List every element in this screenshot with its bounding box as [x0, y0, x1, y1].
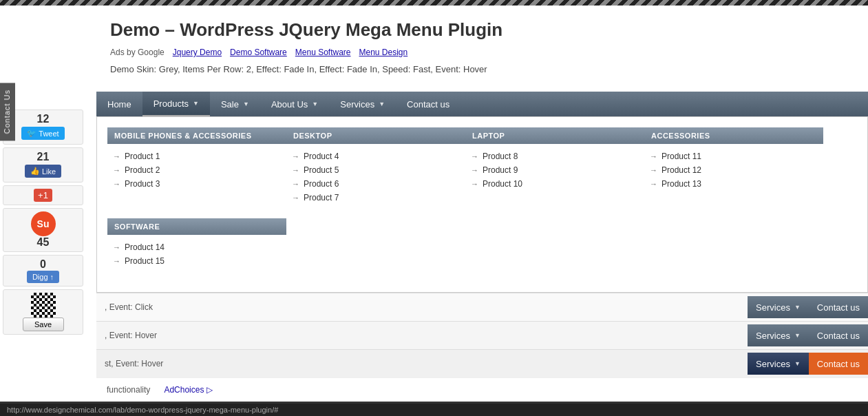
functionality-area: functionality AdChoices ▷ [96, 377, 868, 402]
mega-section-mobile: MOBILE PHONES & ACCESSORIES Product 1 Pr… [107, 127, 286, 205]
save-icon [31, 293, 56, 318]
demo-services-arrow-3: ▼ [794, 360, 801, 367]
accessories-section-title: ACCESSORIES [644, 127, 823, 144]
demo-nav-services-1[interactable]: Services ▼ [748, 296, 809, 318]
demo-row-1: , Event: Click Services ▼ Contact us [96, 293, 868, 321]
social-sidebar: 12 🐦 Tweet 21 👍 Like +1 Su 45 [0, 107, 86, 337]
ads-link-menu-design[interactable]: Menu Design [359, 48, 408, 57]
demo-row-3: st, Event: Hover Services ▼ Contact us [96, 349, 868, 377]
demo-nav-contact-3[interactable]: Contact us [809, 353, 868, 375]
demo-nav-contact-1[interactable]: Contact us [809, 296, 868, 318]
tweet-label: Tweet [39, 129, 59, 138]
description-text: Demo Skin: Grey, Items Per Row: 2, Effec… [110, 64, 854, 74]
demo-services-arrow-2: ▼ [794, 332, 801, 339]
demo-nav-services-3[interactable]: Services ▼ [748, 353, 809, 375]
products-arrow-icon: ▼ [193, 100, 199, 107]
stumble-icon: Su [31, 211, 56, 236]
nav-home-label: Home [107, 99, 131, 110]
demo-nav-bar-2: Services ▼ Contact us [748, 324, 868, 346]
nav-about[interactable]: About Us ▼ [260, 92, 329, 116]
thumb-up-icon: 👍 [30, 167, 40, 176]
services-arrow-icon: ▼ [379, 101, 385, 107]
like-label: Like [42, 167, 56, 176]
demo-nav-1: Services ▼ Contact us [748, 293, 868, 321]
mega-section-desktop: DESKTOP Product 4 Product 5 Product 6 Pr… [286, 127, 465, 205]
software-section-title: SOFTWARE [107, 218, 286, 235]
mega-menu: MOBILE PHONES & ACCESSORIES Product 1 Pr… [96, 116, 868, 293]
nav-products-label: Products [154, 98, 189, 109]
primary-nav: Home Products ▼ Sale ▼ About Us ▼ Servic… [96, 92, 868, 116]
product-14-link[interactable]: Product 14 [107, 240, 286, 254]
demo-row-2: , Event: Hover Services ▼ Contact us [96, 321, 868, 349]
stumble-widget: Su 45 [3, 208, 83, 252]
demo-label-1: , Event: Click [96, 297, 161, 318]
adchoices-label[interactable]: AdChoices ▷ [164, 385, 212, 395]
gplus-button[interactable]: +1 [34, 189, 52, 202]
demo-label-2: , Event: Hover [96, 325, 165, 346]
save-button[interactable]: Save [23, 318, 64, 331]
product-4-link[interactable]: Product 4 [286, 149, 465, 163]
nav-sale[interactable]: Sale ▼ [210, 92, 260, 116]
nav-services[interactable]: Services ▼ [329, 92, 396, 116]
laptop-section-title: LAPTOP [465, 127, 644, 144]
mobile-section-title: MOBILE PHONES & ACCESSORIES [107, 127, 286, 144]
mega-section-software: SOFTWARE Product 14 Product 15 [107, 218, 286, 268]
save-widget: Save [3, 289, 83, 335]
contact-sidebar-label: Contact Us [3, 90, 11, 134]
demo-nav-2: Services ▼ Contact us [748, 322, 868, 349]
about-arrow-icon: ▼ [312, 101, 318, 107]
ads-label: Ads by Google [110, 48, 165, 57]
gplus-label: +1 [38, 190, 48, 200]
desktop-section-title: DESKTOP [286, 127, 465, 144]
demo-nav-contact-2[interactable]: Contact us [809, 324, 868, 346]
demo-nav-services-2[interactable]: Services ▼ [748, 324, 809, 346]
product-10-link[interactable]: Product 10 [465, 177, 644, 191]
nav-contact[interactable]: Contact us [396, 92, 461, 116]
product-11-link[interactable]: Product 11 [644, 149, 823, 163]
nav-home[interactable]: Home [96, 92, 142, 116]
digg-label: Digg ↑ [32, 273, 54, 281]
product-1-link[interactable]: Product 1 [107, 149, 286, 163]
product-5-link[interactable]: Product 5 [286, 163, 465, 177]
mega-section-laptop: LAPTOP Product 8 Product 9 Product 10 [465, 127, 644, 205]
product-6-link[interactable]: Product 6 [286, 177, 465, 191]
product-13-link[interactable]: Product 13 [644, 177, 823, 191]
digg-widget: 0 Digg ↑ [3, 255, 83, 287]
product-3-link[interactable]: Product 3 [107, 177, 286, 191]
demo-services-arrow-1: ▼ [794, 304, 801, 311]
ads-bar: Ads by Google Jquery Demo Demo Software … [110, 48, 854, 57]
nav-contact-label: Contact us [407, 99, 449, 110]
product-15-link[interactable]: Product 15 [107, 254, 286, 268]
twitter-icon: 🐦 [27, 129, 36, 138]
product-7-link[interactable]: Product 7 [286, 191, 465, 205]
functionality-label: functionality [107, 385, 150, 395]
page-title-area: Demo – WordPress JQuery Mega Menu Plugin… [96, 6, 868, 92]
gplus-widget: +1 [3, 185, 83, 205]
nav-products[interactable]: Products ▼ [142, 92, 210, 116]
like-button[interactable]: 👍 Like [25, 165, 61, 178]
top-stripe [0, 0, 868, 6]
like-widget: 21 👍 Like [3, 147, 83, 183]
contact-sidebar[interactable]: Contact Us [0, 83, 15, 141]
demo-nav-bar-3: Services ▼ Contact us [748, 353, 868, 375]
tweet-button[interactable]: 🐦 Tweet [21, 127, 64, 140]
sale-arrow-icon: ▼ [243, 101, 249, 107]
nav-services-label: Services [340, 99, 374, 110]
product-9-link[interactable]: Product 9 [465, 163, 644, 177]
product-12-link[interactable]: Product 12 [644, 163, 823, 177]
nav-sale-label: Sale [221, 99, 239, 110]
like-count: 21 [8, 151, 78, 163]
page-title: Demo – WordPress JQuery Mega Menu Plugin [110, 19, 854, 41]
ads-link-jquery[interactable]: Jquery Demo [173, 48, 222, 57]
product-8-link[interactable]: Product 8 [465, 149, 644, 163]
tweet-count: 12 [8, 113, 78, 125]
save-label: Save [34, 320, 52, 329]
nav-about-label: About Us [271, 99, 308, 110]
digg-button[interactable]: Digg ↑ [27, 271, 59, 283]
page-wrapper: Contact Us 12 🐦 Tweet 21 👍 Like +1 [0, 0, 868, 402]
demo-label-3: st, Event: Hover [96, 353, 171, 374]
ads-link-menu-software[interactable]: Menu Software [295, 48, 351, 57]
ads-link-demo-software[interactable]: Demo Software [230, 48, 287, 57]
product-2-link[interactable]: Product 2 [107, 163, 286, 177]
demo-nav-bar-1: Services ▼ Contact us [748, 296, 868, 318]
